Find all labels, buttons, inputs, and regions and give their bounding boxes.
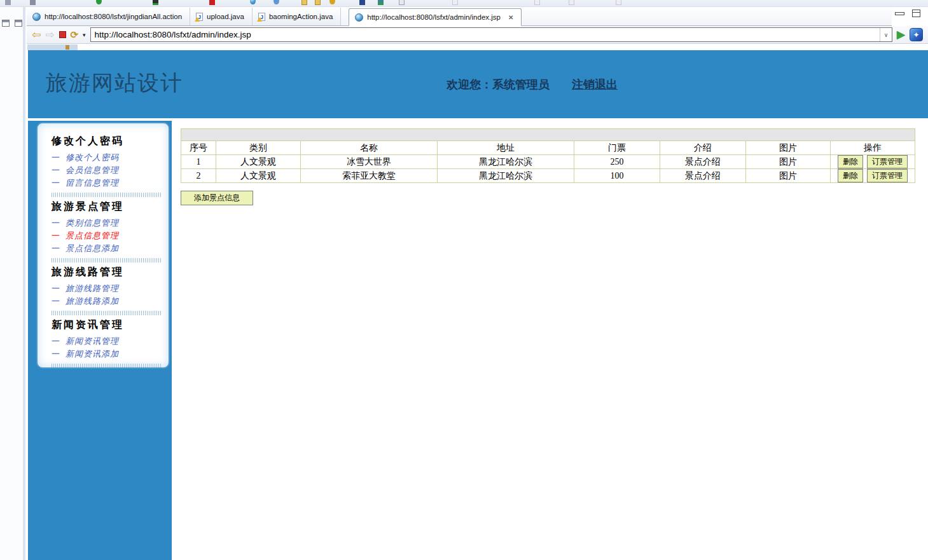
col-intro: 介绍 — [660, 141, 746, 155]
folder-icon[interactable] — [301, 0, 307, 5]
web-icon[interactable] — [274, 0, 279, 4]
toolbar-icon[interactable] — [534, 0, 540, 5]
cell-actions: 删除订票管理 — [831, 155, 915, 169]
sun-icon[interactable] — [329, 0, 335, 4]
page-header: 旅游网站设计 欢迎您：系统管理员 注销退出 — [28, 50, 928, 118]
divider — [52, 311, 162, 315]
tab-label: http://localhost:8080/lsfxt/jingdianAll.… — [45, 13, 182, 20]
tab-jingdianall-action[interactable]: http://localhost:8080/lsfxt/jingdianAll.… — [27, 8, 190, 25]
sidebar-item-category-info[interactable]: 一类别信息管理 — [52, 217, 163, 229]
ide-left-rail — [0, 7, 25, 560]
dash-icon: 一 — [52, 218, 60, 228]
logout-link[interactable]: 注销退出 — [572, 78, 618, 91]
booking-manage-button[interactable]: 订票管理 — [867, 155, 908, 168]
sidebar-item-change-password[interactable]: 一修改个人密码 — [52, 151, 163, 164]
cell-category: 人文景观 — [216, 155, 301, 169]
cell-address: 黑龙江哈尔滨 — [438, 169, 574, 183]
cell-no: 1 — [181, 155, 216, 169]
delete-button[interactable]: 删除 — [838, 155, 863, 168]
toolbar-icon[interactable] — [569, 0, 574, 5]
sidebar-item-route-manage[interactable]: 一旅游线路管理 — [52, 282, 163, 295]
tab-label: http://localhost:8080/lsfxt/admin/index.… — [367, 13, 501, 21]
minimize-icon[interactable] — [895, 10, 903, 17]
tab-label: baomingAction.java — [269, 13, 333, 20]
sidebar-section-password: 修改个人密码 — [52, 135, 163, 147]
file-icon[interactable] — [399, 0, 405, 5]
divider — [52, 364, 162, 368]
toolbar-icon[interactable] — [616, 0, 621, 5]
tab-label: upload.java — [207, 13, 244, 20]
back-icon[interactable]: ⇦ — [32, 29, 41, 40]
sidebar-item-member-info[interactable]: 一会员信息管理 — [52, 164, 163, 177]
sidebar-item-scenic-info-add[interactable]: 一景点信息添加 — [52, 242, 163, 255]
cell-intro: 景点介绍 — [660, 155, 746, 169]
stop-icon[interactable] — [59, 31, 66, 38]
debug-icon[interactable] — [153, 0, 158, 5]
toolbar-icon[interactable] — [5, 0, 11, 5]
col-address: 地址 — [438, 141, 574, 155]
cell-actions: 删除订票管理 — [831, 169, 915, 183]
folder-icon[interactable] — [315, 0, 321, 5]
tab-baomingaction-java[interactable]: J baomingAction.java — [253, 8, 341, 25]
cell-name: 索菲亚大教堂 — [301, 169, 438, 183]
sidebar-section-route: 旅游线路管理 — [52, 266, 163, 278]
cell-name: 冰雪大世界 — [301, 155, 438, 169]
java-file-icon: J — [258, 13, 265, 21]
history-dropdown-icon[interactable]: ▾ — [83, 32, 86, 38]
sidebar-item-news-manage[interactable]: 一新闻资讯管理 — [52, 335, 163, 348]
cell-ticket: 100 — [574, 169, 660, 183]
run-icon[interactable] — [96, 0, 102, 4]
toolbar-icon[interactable] — [452, 0, 458, 5]
go-icon[interactable]: ▶ — [897, 29, 905, 40]
minimized-view-icon[interactable] — [2, 20, 10, 27]
table-blank-row — [181, 129, 915, 141]
dash-icon: 一 — [52, 243, 60, 253]
package-icon[interactable] — [359, 0, 365, 5]
dash-icon: 一 — [52, 283, 60, 293]
sidebar-item-scenic-info-manage[interactable]: 一景点信息管理 — [52, 229, 163, 242]
external-browser-icon[interactable]: ✦ — [910, 28, 923, 41]
window-controls — [895, 10, 920, 17]
sidebar-item-news-add[interactable]: 一新闻资讯添加 — [52, 348, 163, 360]
divider — [52, 193, 162, 197]
tab-upload-java[interactable]: J upload.java — [190, 8, 253, 25]
main-content: 序号 类别 名称 地址 门票 介绍 图片 操作 1 人文景观 冰雪大世界 黑龙江… — [172, 121, 928, 560]
delete-button[interactable]: 删除 — [838, 169, 863, 182]
tab-admin-index-jsp[interactable]: http://localhost:8080/lsfxt/admin/index.… — [349, 8, 522, 26]
col-no: 序号 — [181, 141, 216, 155]
page-top-fragment — [27, 44, 78, 50]
divider — [52, 258, 162, 263]
address-dropdown-icon[interactable]: ∨ — [880, 28, 892, 41]
close-tab-icon[interactable]: ✕ — [508, 14, 513, 21]
page-title: 旅游网站设计 — [46, 69, 183, 98]
welcome-text: 欢迎您：系统管理员 — [447, 78, 550, 91]
maximize-icon[interactable] — [912, 10, 920, 17]
cell-image: 图片 — [746, 155, 831, 169]
forward-icon[interactable]: ⇨ — [45, 29, 54, 40]
java-file-icon: J — [196, 13, 203, 21]
browser-viewport: 旅游网站设计 欢迎您：系统管理员 注销退出 修改个人密码 一修改个人密码 一会员… — [27, 44, 928, 560]
sidebar-panel: 修改个人密码 一修改个人密码 一会员信息管理 一留言信息管理 旅游景点管理 一类… — [36, 122, 170, 369]
stop-icon[interactable] — [209, 0, 215, 5]
dash-icon: 一 — [52, 178, 60, 188]
col-actions: 操作 — [831, 141, 915, 155]
restore-view-icon[interactable] — [15, 20, 22, 27]
col-ticket: 门票 — [574, 141, 660, 155]
refresh-icon[interactable]: ⟳ — [71, 29, 79, 41]
ide-top-toolbar — [0, 0, 928, 7]
cell-image: 图片 — [746, 169, 831, 183]
toolbar-icon[interactable] — [30, 0, 36, 5]
address-bar: ∨ — [90, 27, 892, 42]
bullet-icon — [66, 45, 69, 50]
col-category: 类别 — [216, 141, 301, 155]
sidebar-item-message-info[interactable]: 一留言信息管理 — [52, 177, 163, 189]
editor-tabbar: http://localhost:8080/lsfxt/jingdianAll.… — [27, 8, 892, 26]
sidebar-section-scenic: 旅游景点管理 — [52, 200, 163, 213]
cell-no: 2 — [181, 169, 216, 183]
globe-icon[interactable] — [250, 0, 256, 4]
address-input[interactable] — [91, 29, 880, 41]
sidebar-item-route-add[interactable]: 一旅游线路添加 — [52, 295, 163, 308]
build-icon[interactable] — [378, 0, 384, 5]
add-scenic-spot-button[interactable]: 添加景点信息 — [181, 191, 253, 205]
booking-manage-button[interactable]: 订票管理 — [867, 169, 908, 182]
